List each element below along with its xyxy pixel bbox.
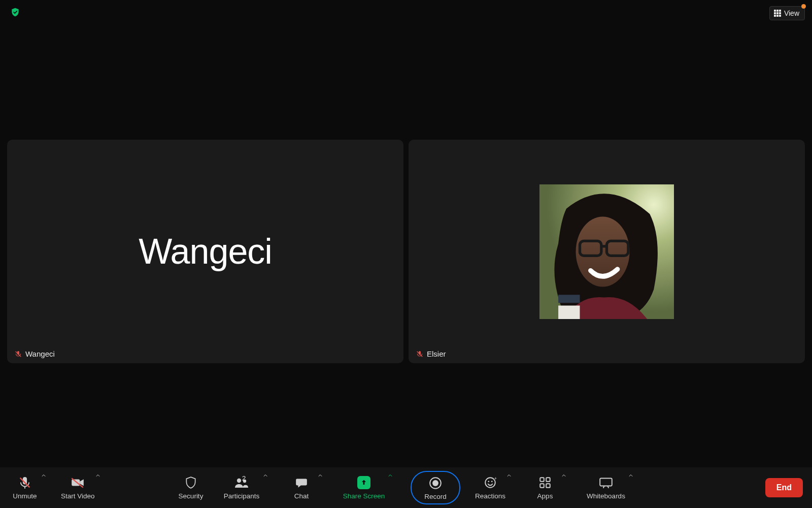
mic-muted-icon: [14, 350, 22, 358]
participants-button[interactable]: 2 Participants: [221, 475, 262, 500]
unmute-label: Unmute: [13, 492, 37, 500]
whiteboards-button[interactable]: Whiteboards: [584, 475, 628, 500]
svg-point-19: [491, 481, 493, 482]
participants-count: 2: [242, 474, 246, 482]
whiteboards-label: Whiteboards: [587, 492, 625, 500]
share-screen-label: Share Screen: [343, 492, 385, 500]
apps-button[interactable]: Apps: [529, 475, 561, 500]
chat-button[interactable]: Chat: [286, 475, 317, 500]
svg-rect-25: [600, 478, 612, 486]
apps-options-chevron[interactable]: [558, 469, 570, 482]
toolbar-left-group: Unmute Start Video: [9, 475, 104, 500]
participants-icon: [233, 475, 250, 490]
chat-icon: [294, 475, 309, 490]
participant-label: Elsier: [416, 350, 446, 358]
reactions-icon: +: [484, 475, 497, 490]
view-button[interactable]: View: [769, 6, 805, 20]
grid-icon: [774, 10, 781, 17]
notification-dot-icon: [801, 4, 806, 9]
security-button[interactable]: Security: [175, 475, 207, 500]
svg-rect-21: [540, 478, 544, 482]
apps-label: Apps: [537, 492, 553, 500]
chat-options-chevron[interactable]: [314, 469, 326, 482]
whiteboard-icon: [598, 475, 614, 490]
meeting-toolbar: Unmute Start Video: [0, 467, 812, 508]
svg-text:+: +: [494, 476, 497, 481]
start-video-label: Start Video: [61, 492, 95, 500]
svg-rect-23: [540, 484, 544, 488]
record-icon: [429, 476, 442, 490]
mic-muted-icon: [416, 350, 424, 358]
shield-icon: [184, 475, 197, 490]
video-off-icon: [70, 475, 85, 490]
participants-options-chevron[interactable]: [259, 469, 272, 482]
start-video-button[interactable]: Start Video: [61, 475, 95, 500]
svg-rect-7: [558, 295, 580, 303]
whiteboards-options-chevron[interactable]: [625, 469, 637, 482]
reactions-button[interactable]: + Reactions: [475, 475, 506, 500]
view-label: View: [784, 9, 799, 17]
svg-rect-11: [72, 480, 80, 486]
toolbar-right-group: End: [765, 478, 803, 497]
participant-tile[interactable]: Elsier: [409, 140, 805, 363]
share-options-chevron[interactable]: [384, 469, 396, 482]
share-screen-icon: [357, 475, 370, 490]
apps-icon: [538, 475, 552, 490]
participant-display-name: Wangeci: [139, 231, 272, 272]
svg-rect-24: [546, 484, 550, 488]
video-options-chevron[interactable]: [92, 469, 104, 482]
encryption-shield-icon[interactable]: [10, 7, 20, 17]
participant-label: Wangeci: [14, 350, 55, 358]
reactions-label: Reactions: [475, 492, 505, 500]
participant-name-label: Wangeci: [25, 350, 55, 358]
mic-muted-icon: [18, 475, 32, 490]
svg-rect-6: [558, 305, 580, 319]
record-label: Record: [424, 493, 447, 500]
toolbar-center-group: Security 2 Participants: [175, 471, 637, 504]
svg-rect-22: [546, 478, 550, 482]
share-screen-button[interactable]: Share Screen: [341, 475, 387, 500]
reactions-options-chevron[interactable]: [503, 469, 515, 482]
security-label: Security: [179, 492, 204, 500]
meeting-window: View Wangeci Wangeci: [0, 0, 812, 508]
unmute-button[interactable]: Unmute: [9, 475, 41, 500]
participants-label: Participants: [224, 492, 260, 500]
video-grid: Wangeci Wangeci: [7, 140, 805, 363]
svg-point-18: [488, 481, 489, 482]
svg-point-16: [432, 480, 438, 486]
record-button[interactable]: Record: [411, 471, 460, 504]
participant-tile[interactable]: Wangeci Wangeci: [7, 140, 403, 363]
participant-avatar: [539, 184, 674, 319]
end-button[interactable]: End: [765, 478, 803, 497]
svg-point-13: [237, 479, 241, 483]
chat-label: Chat: [294, 492, 309, 500]
participant-name-label: Elsier: [427, 350, 446, 358]
audio-options-chevron[interactable]: [38, 469, 50, 482]
